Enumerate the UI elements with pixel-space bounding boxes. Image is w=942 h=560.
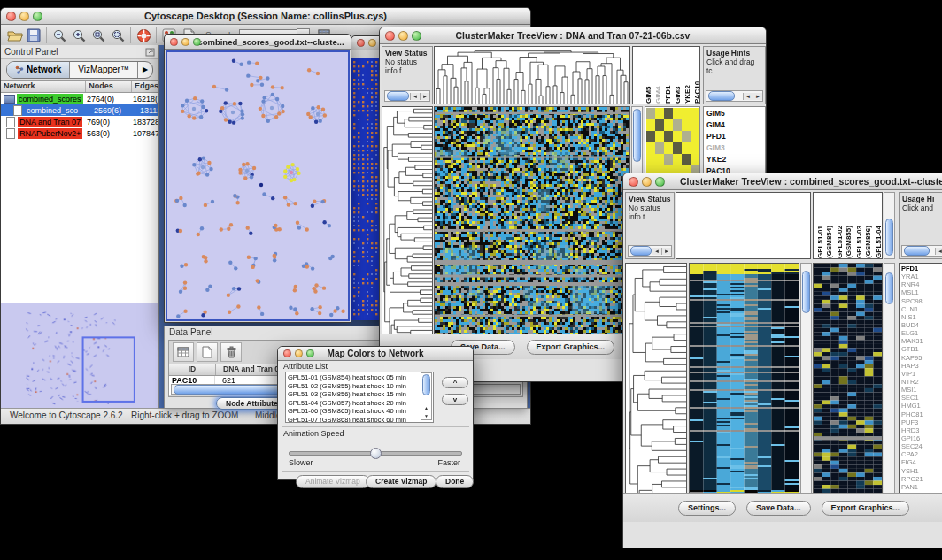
gene-label[interactable]: PUF3 xyxy=(900,418,942,426)
attribute-item[interactable]: GPL51-04 (GSM857) heat shock 20 min xyxy=(288,399,433,408)
network-window-titlebar[interactable]: combined_scores_good.txt--cluste... xyxy=(165,35,351,50)
gene-label[interactable]: SEC24 xyxy=(900,442,942,450)
heatmap-vscrollbar[interactable] xyxy=(800,263,812,522)
heatmap-global[interactable] xyxy=(689,263,799,522)
gene-label[interactable]: FIG4 xyxy=(900,458,942,466)
create-attribute-icon[interactable] xyxy=(197,342,218,362)
gene-label[interactable]: CPA2 xyxy=(900,450,942,458)
scrollbar-thumb[interactable] xyxy=(904,246,930,256)
zoom-vscrollbar[interactable]: ▲ ▼ xyxy=(884,263,895,522)
gene-label[interactable]: SEC1 xyxy=(900,394,942,402)
gene-label[interactable]: GTB1 xyxy=(900,345,942,353)
help-icon[interactable] xyxy=(134,27,153,44)
gene-label[interactable]: PFD1 xyxy=(900,265,942,272)
row-dendrogram[interactable] xyxy=(625,263,687,522)
scrollbar-thumb[interactable] xyxy=(630,246,652,256)
network-tree-row[interactable]: combined_sco2569(6)13112(15) xyxy=(1,104,158,116)
usage-hints-scrollbar[interactable]: ◄► xyxy=(706,90,763,102)
attribute-item[interactable]: GPL51-02 (GSM855) heat shock 10 min xyxy=(288,382,433,391)
save-session-icon[interactable] xyxy=(24,27,43,44)
minimize-button[interactable] xyxy=(398,31,408,41)
scrollbar-thumb[interactable] xyxy=(422,374,430,395)
attribute-item[interactable]: GPL51-07 (GSM868) heat shock 60 min xyxy=(288,416,433,423)
animate-vizmap-button[interactable]: Animate Vizmap xyxy=(296,475,370,488)
minimize-button[interactable] xyxy=(295,349,303,357)
attribute-list-vscrollbar[interactable]: ▲ ▼ xyxy=(421,372,432,420)
labels-vscrollbar[interactable] xyxy=(884,192,895,259)
scroll-up-icon[interactable]: ▲ xyxy=(424,405,429,410)
close-button[interactable] xyxy=(170,38,178,46)
zoom-button[interactable] xyxy=(193,38,201,46)
gene-label[interactable]: RNR4 xyxy=(900,280,942,288)
scroll-left-icon[interactable]: ◄ xyxy=(410,93,420,100)
scrollbar-thumb[interactable] xyxy=(633,109,641,162)
gene-label[interactable]: BUD4 xyxy=(900,321,942,329)
scrollbar-thumb[interactable] xyxy=(885,272,893,304)
row-dendrogram[interactable] xyxy=(382,106,433,357)
gene-label[interactable]: HMG1 xyxy=(900,402,942,410)
network-tree-row[interactable]: RNAPuberNov2+563(0)107847(0) xyxy=(1,127,158,139)
column-dendrogram[interactable] xyxy=(676,192,811,259)
scrollbar-thumb[interactable] xyxy=(885,219,893,256)
network-tree-row[interactable]: combined_scores2764(0)16218(0) xyxy=(1,93,158,104)
gene-label[interactable]: ELG1 xyxy=(900,329,942,337)
gene-label[interactable]: MAK31 xyxy=(900,337,942,345)
scrollbar-thumb[interactable] xyxy=(174,385,290,395)
view-status-scrollbar[interactable]: ◄► xyxy=(384,90,430,102)
gene-label[interactable]: MSI1 xyxy=(900,386,942,394)
close-button[interactable] xyxy=(6,12,16,21)
select-attributes-icon[interactable] xyxy=(173,342,194,362)
zoom-button[interactable] xyxy=(655,177,665,187)
tab-vizmapper[interactable]: VizMapper™ xyxy=(70,62,138,78)
scrollbar-thumb[interactable] xyxy=(387,91,409,101)
scroll-down-icon[interactable]: ▼ xyxy=(424,413,429,418)
gene-label[interactable]: GPI16 xyxy=(900,434,942,442)
treeview-dna-titlebar[interactable]: ClusterMaker TreeView : DNA and Tran 07-… xyxy=(380,27,766,44)
gene-label[interactable]: HAP3 xyxy=(900,362,942,370)
gene-label[interactable]: RPO21 xyxy=(900,475,942,483)
minimize-button[interactable] xyxy=(642,177,652,187)
tab-more-arrow[interactable]: ▶ xyxy=(138,62,152,78)
zoom-fit-icon[interactable] xyxy=(108,27,127,44)
zoom-selected-icon[interactable] xyxy=(89,27,108,44)
zoom-button[interactable] xyxy=(306,349,314,357)
gene-label[interactable]: PHO81 xyxy=(900,410,942,418)
gene-label[interactable]: NTR2 xyxy=(900,378,942,386)
done-button[interactable]: Done xyxy=(436,475,474,488)
tab-network[interactable]: Network xyxy=(7,62,70,78)
dialog-titlebar[interactable]: Map Colors to Network xyxy=(278,347,473,361)
close-button[interactable] xyxy=(385,31,395,41)
settings-button[interactable]: Settings... xyxy=(678,501,736,516)
gene-label[interactable]: YSH1 xyxy=(900,467,942,475)
gene-label[interactable]: HRD3 xyxy=(900,426,942,434)
attribute-item[interactable]: GPL51-06 (GSM865) heat shock 40 min xyxy=(288,407,433,416)
column-dendrogram[interactable] xyxy=(434,46,630,104)
attribute-item[interactable]: GPL51-03 (GSM856) heat shock 15 min xyxy=(288,390,433,399)
move-down-button[interactable]: v xyxy=(442,394,468,405)
zoom-out-icon[interactable] xyxy=(50,27,69,44)
scroll-right-icon[interactable]: ► xyxy=(420,93,429,100)
network-overview-panel[interactable] xyxy=(1,303,158,409)
attribute-item[interactable]: GPL51-01 (GSM854) heat shock 05 min xyxy=(288,373,433,382)
network-tree-row[interactable]: DNA and Tran 07769(0)183728(0) xyxy=(1,116,158,127)
gene-label[interactable]: YRA1 xyxy=(900,272,942,280)
usage-hints-scrollbar[interactable]: ◄► xyxy=(901,245,942,257)
gene-label[interactable]: SPC98 xyxy=(900,297,942,305)
delete-attribute-icon[interactable] xyxy=(220,342,242,362)
zoom-in-icon[interactable] xyxy=(69,27,89,44)
export-graphics-button[interactable]: Export Graphics... xyxy=(822,501,910,516)
scrollbar-thumb[interactable] xyxy=(802,271,810,313)
create-vizmap-button[interactable]: Create Vizmap xyxy=(366,475,436,488)
close-button[interactable] xyxy=(357,39,365,47)
animation-speed-slider[interactable] xyxy=(289,448,462,456)
gene-label[interactable]: VIP1 xyxy=(900,370,942,378)
gene-label[interactable]: KAP95 xyxy=(900,354,942,362)
treeview-combined-titlebar[interactable]: ClusterMaker TreeView : combined_scores_… xyxy=(623,173,942,190)
minimize-button[interactable] xyxy=(181,38,189,46)
data-column-id[interactable]: ID xyxy=(169,364,216,375)
heatmap-global[interactable] xyxy=(434,106,630,357)
scroll-right-icon[interactable]: ► xyxy=(753,93,762,100)
gene-label[interactable]: PAN1 xyxy=(900,483,942,491)
open-session-icon[interactable] xyxy=(4,27,24,44)
export-graphics-button[interactable]: Export Graphics... xyxy=(527,340,615,355)
